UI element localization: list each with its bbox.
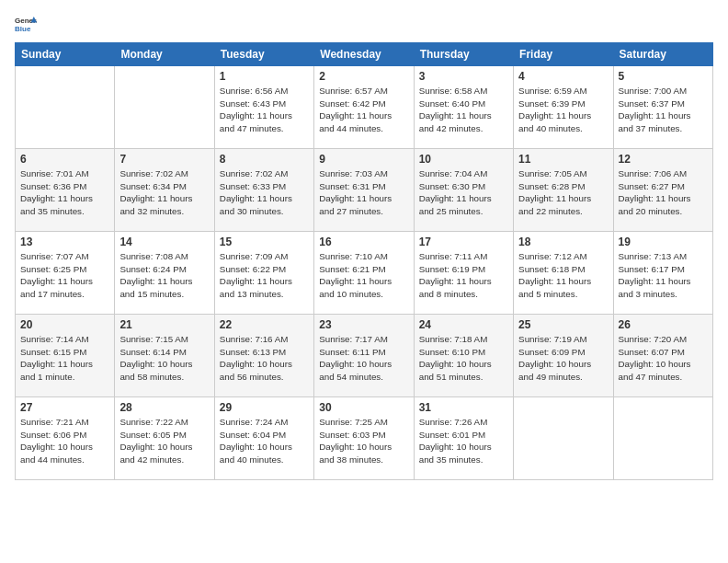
- calendar-cell: 6Sunrise: 7:01 AM Sunset: 6:36 PM Daylig…: [16, 149, 115, 232]
- day-detail: Sunrise: 7:02 AM Sunset: 6:33 PM Dayligh…: [220, 167, 309, 218]
- day-header-wednesday: Wednesday: [314, 43, 414, 66]
- day-detail: Sunrise: 7:07 AM Sunset: 6:25 PM Dayligh…: [20, 250, 109, 301]
- calendar-cell: 20Sunrise: 7:14 AM Sunset: 6:15 PM Dayli…: [16, 315, 115, 397]
- day-number: 27: [20, 401, 109, 414]
- day-number: 13: [20, 236, 109, 248]
- day-detail: Sunrise: 7:18 AM Sunset: 6:10 PM Dayligh…: [419, 333, 508, 384]
- calendar-cell: 1Sunrise: 6:56 AM Sunset: 6:43 PM Daylig…: [214, 66, 313, 149]
- day-detail: Sunrise: 6:57 AM Sunset: 6:42 PM Dayligh…: [319, 85, 408, 135]
- day-detail: Sunrise: 6:58 AM Sunset: 6:40 PM Dayligh…: [419, 85, 508, 135]
- day-number: 22: [220, 318, 309, 331]
- day-detail: Sunrise: 7:11 AM Sunset: 6:19 PM Dayligh…: [419, 250, 508, 301]
- calendar-table: SundayMondayTuesdayWednesdayThursdayFrid…: [15, 42, 713, 480]
- day-detail: Sunrise: 6:59 AM Sunset: 6:39 PM Dayligh…: [518, 85, 608, 135]
- day-number: 9: [319, 153, 408, 166]
- calendar-cell: 2Sunrise: 6:57 AM Sunset: 6:42 PM Daylig…: [314, 66, 414, 149]
- day-detail: Sunrise: 7:21 AM Sunset: 6:06 PM Dayligh…: [20, 416, 109, 466]
- calendar-cell: 29Sunrise: 7:24 AM Sunset: 6:04 PM Dayli…: [214, 397, 313, 480]
- day-number: 16: [319, 236, 408, 248]
- calendar-cell: 27Sunrise: 7:21 AM Sunset: 6:06 PM Dayli…: [16, 397, 115, 480]
- day-number: 28: [119, 401, 209, 414]
- day-detail: Sunrise: 7:02 AM Sunset: 6:34 PM Dayligh…: [119, 167, 209, 218]
- calendar-cell: 3Sunrise: 6:58 AM Sunset: 6:40 PM Daylig…: [414, 66, 513, 149]
- day-detail: Sunrise: 7:22 AM Sunset: 6:05 PM Dayligh…: [119, 416, 209, 466]
- day-detail: Sunrise: 7:04 AM Sunset: 6:30 PM Dayligh…: [419, 167, 508, 218]
- day-detail: Sunrise: 7:10 AM Sunset: 6:21 PM Dayligh…: [319, 250, 408, 301]
- svg-text:Blue: Blue: [15, 25, 31, 33]
- calendar-cell: 4Sunrise: 6:59 AM Sunset: 6:39 PM Daylig…: [514, 66, 613, 149]
- week-row-2: 6Sunrise: 7:01 AM Sunset: 6:36 PM Daylig…: [16, 149, 713, 232]
- day-number: 24: [419, 318, 508, 331]
- calendar-cell: 13Sunrise: 7:07 AM Sunset: 6:25 PM Dayli…: [16, 232, 115, 315]
- day-number: 5: [619, 70, 708, 83]
- day-number: 18: [518, 236, 608, 248]
- calendar-body: 1Sunrise: 6:56 AM Sunset: 6:43 PM Daylig…: [16, 66, 713, 480]
- day-number: 23: [319, 318, 408, 331]
- calendar-cell: 8Sunrise: 7:02 AM Sunset: 6:33 PM Daylig…: [214, 149, 313, 232]
- day-detail: Sunrise: 7:15 AM Sunset: 6:14 PM Dayligh…: [119, 333, 209, 384]
- day-header-tuesday: Tuesday: [214, 43, 313, 66]
- day-number: 6: [20, 153, 109, 166]
- day-header-saturday: Saturday: [613, 43, 712, 66]
- calendar-cell: [613, 397, 712, 480]
- calendar-cell: 7Sunrise: 7:02 AM Sunset: 6:34 PM Daylig…: [115, 149, 214, 232]
- week-row-3: 13Sunrise: 7:07 AM Sunset: 6:25 PM Dayli…: [16, 232, 713, 315]
- day-number: 21: [119, 318, 209, 331]
- calendar-cell: 28Sunrise: 7:22 AM Sunset: 6:05 PM Dayli…: [115, 397, 214, 480]
- day-detail: Sunrise: 7:03 AM Sunset: 6:31 PM Dayligh…: [319, 167, 408, 218]
- day-header-thursday: Thursday: [414, 43, 513, 66]
- calendar-cell: 18Sunrise: 7:12 AM Sunset: 6:18 PM Dayli…: [514, 232, 613, 315]
- calendar-cell: 17Sunrise: 7:11 AM Sunset: 6:19 PM Dayli…: [414, 232, 513, 315]
- day-detail: Sunrise: 7:20 AM Sunset: 6:07 PM Dayligh…: [619, 333, 708, 384]
- day-number: 1: [220, 70, 309, 83]
- calendar-cell: 5Sunrise: 7:00 AM Sunset: 6:37 PM Daylig…: [613, 66, 712, 149]
- day-number: 11: [518, 153, 608, 166]
- day-number: 29: [220, 401, 309, 414]
- day-header-sunday: Sunday: [16, 43, 115, 66]
- day-number: 17: [419, 236, 508, 248]
- day-number: 25: [518, 318, 608, 331]
- day-detail: Sunrise: 7:19 AM Sunset: 6:09 PM Dayligh…: [518, 333, 608, 384]
- day-detail: Sunrise: 7:01 AM Sunset: 6:36 PM Dayligh…: [20, 167, 109, 218]
- day-header-monday: Monday: [115, 43, 214, 66]
- calendar-cell: 24Sunrise: 7:18 AM Sunset: 6:10 PM Dayli…: [414, 315, 513, 397]
- calendar-header: General Blue: [15, 15, 713, 33]
- day-header-friday: Friday: [514, 43, 613, 66]
- calendar-cell: 30Sunrise: 7:25 AM Sunset: 6:03 PM Dayli…: [314, 397, 414, 480]
- calendar-cell: 14Sunrise: 7:08 AM Sunset: 6:24 PM Dayli…: [115, 232, 214, 315]
- day-number: 20: [20, 318, 109, 331]
- calendar-cell: 22Sunrise: 7:16 AM Sunset: 6:13 PM Dayli…: [214, 315, 313, 397]
- calendar-cell: [16, 66, 115, 149]
- week-row-1: 1Sunrise: 6:56 AM Sunset: 6:43 PM Daylig…: [16, 66, 713, 149]
- day-detail: Sunrise: 7:12 AM Sunset: 6:18 PM Dayligh…: [518, 250, 608, 301]
- calendar-cell: [115, 66, 214, 149]
- day-detail: Sunrise: 7:17 AM Sunset: 6:11 PM Dayligh…: [319, 333, 408, 384]
- calendar-cell: 10Sunrise: 7:04 AM Sunset: 6:30 PM Dayli…: [414, 149, 513, 232]
- day-detail: Sunrise: 7:08 AM Sunset: 6:24 PM Dayligh…: [119, 250, 209, 301]
- calendar-cell: 15Sunrise: 7:09 AM Sunset: 6:22 PM Dayli…: [214, 232, 313, 315]
- calendar-cell: 26Sunrise: 7:20 AM Sunset: 6:07 PM Dayli…: [613, 315, 712, 397]
- day-number: 4: [518, 70, 608, 83]
- day-number: 10: [419, 153, 508, 166]
- day-detail: Sunrise: 7:16 AM Sunset: 6:13 PM Dayligh…: [220, 333, 309, 384]
- day-number: 19: [619, 236, 708, 248]
- day-detail: Sunrise: 7:06 AM Sunset: 6:27 PM Dayligh…: [619, 167, 708, 218]
- day-detail: Sunrise: 7:09 AM Sunset: 6:22 PM Dayligh…: [220, 250, 309, 301]
- days-header-row: SundayMondayTuesdayWednesdayThursdayFrid…: [16, 43, 713, 66]
- day-detail: Sunrise: 7:00 AM Sunset: 6:37 PM Dayligh…: [619, 85, 708, 135]
- day-detail: Sunrise: 7:24 AM Sunset: 6:04 PM Dayligh…: [220, 416, 309, 466]
- calendar-cell: 9Sunrise: 7:03 AM Sunset: 6:31 PM Daylig…: [314, 149, 414, 232]
- day-number: 30: [319, 401, 408, 414]
- calendar-cell: [514, 397, 613, 480]
- day-number: 14: [119, 236, 209, 248]
- week-row-4: 20Sunrise: 7:14 AM Sunset: 6:15 PM Dayli…: [16, 315, 713, 397]
- logo: General Blue: [15, 15, 37, 33]
- calendar-cell: 31Sunrise: 7:26 AM Sunset: 6:01 PM Dayli…: [414, 397, 513, 480]
- day-detail: Sunrise: 7:13 AM Sunset: 6:17 PM Dayligh…: [619, 250, 708, 301]
- day-number: 3: [419, 70, 508, 83]
- calendar-cell: 19Sunrise: 7:13 AM Sunset: 6:17 PM Dayli…: [613, 232, 712, 315]
- calendar-cell: 23Sunrise: 7:17 AM Sunset: 6:11 PM Dayli…: [314, 315, 414, 397]
- week-row-5: 27Sunrise: 7:21 AM Sunset: 6:06 PM Dayli…: [16, 397, 713, 480]
- calendar-cell: 21Sunrise: 7:15 AM Sunset: 6:14 PM Dayli…: [115, 315, 214, 397]
- day-detail: Sunrise: 7:25 AM Sunset: 6:03 PM Dayligh…: [319, 416, 408, 466]
